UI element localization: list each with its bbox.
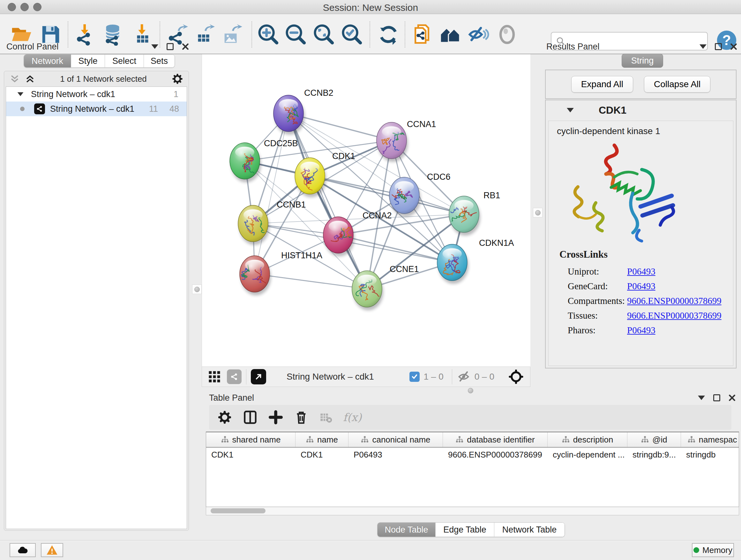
node-CCNE1[interactable]: CCNE1 — [352, 264, 419, 310]
table-cell[interactable]: CDK1 — [206, 450, 295, 460]
selected-counts: 1 – 0 — [423, 372, 443, 382]
network-canvas[interactable]: CCNB2CCNA1CDC25BCDK1CDC6RB1CCNB1CCNA2CDK… — [202, 54, 530, 367]
selected-checkbox-icon[interactable] — [409, 372, 420, 382]
table-cell[interactable]: CDK1 — [295, 450, 348, 460]
table-cell[interactable]: stringdb — [681, 450, 739, 460]
tab-select[interactable]: Select — [105, 55, 144, 67]
column-header-description[interactable]: description — [548, 432, 627, 447]
network-collection-row[interactable]: String Network – cdk1 1 — [6, 87, 187, 102]
edge[interactable] — [310, 176, 464, 214]
collection-expander-icon[interactable] — [17, 92, 23, 96]
column-header-canonical-name[interactable]: canonical name — [348, 432, 443, 447]
panel-menu-icon[interactable] — [151, 44, 158, 49]
tab-node-table[interactable]: Node Table — [378, 523, 435, 537]
zoom-fit-button[interactable] — [313, 23, 335, 46]
crosslink-link[interactable]: P06493 — [627, 266, 656, 277]
column-header-shared-name[interactable]: shared name — [206, 432, 295, 447]
edge[interactable] — [255, 274, 367, 289]
export-table-button[interactable] — [193, 23, 216, 46]
close-panel-icon[interactable] — [729, 394, 736, 401]
float-panel-icon[interactable] — [713, 394, 720, 401]
column-header-database-identifier[interactable]: database identifier — [443, 432, 548, 447]
tab-sets[interactable]: Sets — [144, 55, 175, 67]
crosslink-link[interactable]: 9606.ENSP00000378699 — [627, 310, 722, 321]
tab-network[interactable]: Network — [24, 55, 71, 67]
zoom-out-button[interactable] — [285, 23, 307, 46]
zoom-selected-button[interactable] — [341, 23, 363, 46]
close-panel-icon[interactable] — [730, 43, 737, 50]
tab-label: Select — [112, 56, 136, 66]
cloud-button[interactable] — [10, 543, 36, 557]
node-CDC6[interactable]: CDC6 — [389, 172, 451, 217]
crosslink-link[interactable]: 9606.ENSP00000378699 — [627, 296, 722, 306]
network-share-icon[interactable] — [227, 369, 242, 384]
tab-style[interactable]: Style — [71, 55, 105, 67]
node-HIST1H1A[interactable]: HIST1H1A — [240, 251, 322, 295]
table-cell[interactable]: 9606.ENSP00000378699 — [443, 450, 548, 460]
tab-edge-table[interactable]: Edge Table — [435, 523, 494, 537]
zoom-in-button[interactable] — [257, 23, 280, 46]
hide-selected-button[interactable] — [467, 23, 489, 46]
crosslink-link[interactable]: P06493 — [627, 325, 656, 335]
first-neighbors-button[interactable] — [439, 23, 461, 46]
left-splitter-handle[interactable] — [192, 285, 202, 294]
show-all-button[interactable] — [496, 23, 518, 46]
node-CDKN1A[interactable]: CDKN1A — [437, 238, 514, 284]
crosslink-link[interactable]: P06493 — [627, 281, 656, 292]
toolbar-separator — [369, 21, 370, 48]
memory-status-dot — [693, 547, 699, 553]
columns-icon[interactable] — [243, 410, 258, 425]
table-cell[interactable]: P06493 — [348, 450, 443, 460]
node-RB1[interactable]: RB1 — [442, 191, 500, 236]
memory-button[interactable]: Memory — [692, 543, 734, 557]
edge[interactable] — [255, 113, 288, 274]
collapse-all-icon[interactable] — [9, 73, 20, 84]
delete-column-icon[interactable] — [294, 410, 309, 425]
tab-network-table[interactable]: Network Table — [494, 523, 564, 537]
column-header-namespac[interactable]: namespac — [681, 432, 739, 447]
detach-view-icon[interactable] — [251, 369, 266, 384]
node-CCNA2[interactable]: CCNA2 — [323, 211, 392, 256]
panel-menu-icon[interactable] — [698, 395, 705, 400]
network-graph[interactable]: CCNB2CCNA1CDC25BCDK1CDC6RB1CCNB1CCNA2CDK… — [202, 54, 531, 367]
attribute-icon — [562, 435, 570, 444]
collapse-all-button[interactable]: Collapse All — [644, 76, 711, 92]
gene-section: CDK1 cyclin-dependent kinase 1 CrossLink… — [545, 100, 737, 368]
expand-all-button[interactable]: Expand All — [571, 76, 633, 92]
panel-menu-icon[interactable] — [699, 44, 706, 49]
gene-expander-icon[interactable] — [567, 108, 574, 112]
gear-icon[interactable] — [172, 73, 184, 85]
float-panel-icon[interactable] — [166, 43, 174, 50]
attribute-icon — [687, 435, 696, 444]
table-horizontal-scrollbar[interactable] — [206, 507, 739, 515]
warning-button[interactable] — [41, 543, 63, 557]
birds-eye-icon[interactable] — [508, 368, 524, 385]
scrollbar-thumb[interactable] — [211, 508, 266, 513]
node-CCNB2[interactable]: CCNB2 — [273, 88, 333, 135]
function-builder-icon: f(x) — [343, 411, 361, 424]
node-table: shared namenamecanonical namedatabase id… — [206, 432, 739, 507]
float-panel-icon[interactable] — [715, 43, 722, 50]
cloud-icon — [16, 544, 29, 557]
refresh-button[interactable] — [377, 23, 400, 46]
tab-label: Edge Table — [443, 525, 486, 535]
close-panel-icon[interactable] — [182, 43, 189, 50]
toolbar-separator — [405, 21, 405, 48]
column-header--id[interactable]: @id — [627, 432, 681, 447]
add-column-icon[interactable] — [268, 410, 283, 425]
expand-all-icon[interactable] — [24, 73, 36, 84]
tab-string[interactable]: String — [622, 54, 663, 68]
clone-network-button[interactable] — [412, 23, 434, 46]
export-image-button[interactable] — [221, 23, 243, 46]
table-gear-icon[interactable] — [217, 410, 232, 425]
node-label: RB1 — [483, 191, 500, 200]
network-list-toolbar: 1 of 1 Network selected — [4, 71, 189, 86]
table-row[interactable]: CDK1CDK1P064939606.ENSP00000378699cyclin… — [206, 448, 739, 462]
network-row[interactable]: String Network – cdk1 11 48 — [6, 102, 187, 116]
gene-section-header[interactable]: CDK1 — [546, 100, 736, 120]
table-cell[interactable]: stringdb:9... — [627, 450, 681, 460]
grid-view-icon[interactable] — [208, 370, 221, 383]
right-splitter-handle[interactable] — [533, 208, 542, 217]
column-header-name[interactable]: name — [295, 432, 348, 447]
table-cell[interactable]: cyclin-dependent ... — [548, 450, 627, 460]
